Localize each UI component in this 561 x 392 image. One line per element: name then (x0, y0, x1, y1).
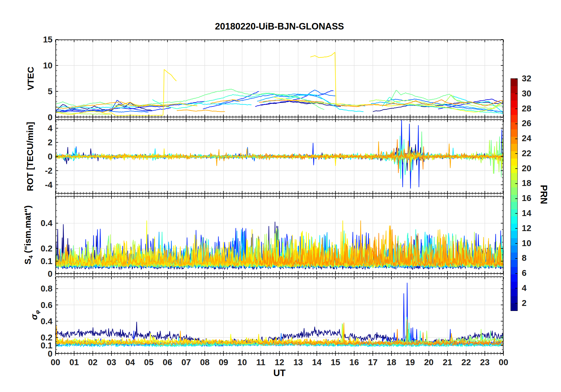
colorbar-gradient (511, 78, 518, 311)
x-tick-label: 15 (326, 357, 345, 367)
colorbar-segment (511, 216, 517, 224)
colorbar-segment (511, 296, 517, 304)
x-tick-label: 01 (65, 357, 83, 367)
y-tick-label: 0.8 (28, 284, 53, 294)
colorbar-segment (511, 173, 517, 180)
colorbar-tick (515, 198, 517, 199)
colorbar-tick-label: 4 (522, 283, 526, 293)
y-axis-label-rot: ROT [TECU/min] (25, 122, 35, 191)
colorbar-segment (511, 144, 517, 151)
panel-vtec (53, 39, 506, 121)
figure-canvas: { "title": "20180220-UiB-BJN-GLONASS", "… (0, 0, 561, 392)
colorbar-segment (511, 93, 517, 101)
colorbar-tick-label: 10 (522, 238, 531, 248)
colorbar-tick (515, 139, 517, 139)
y-axis-label-vtec: VTEC (26, 67, 36, 90)
x-tick-label: 10 (233, 357, 252, 367)
colorbar-tick-label: 8 (522, 253, 526, 263)
colorbar-tick-label: 26 (522, 118, 531, 128)
colorbar-segment (511, 209, 517, 217)
chart-title: 20180220-UiB-BJN-GLONASS (55, 21, 503, 32)
x-tick-label: 16 (345, 357, 364, 367)
colorbar-segment (511, 231, 517, 238)
x-tick-label: 04 (121, 357, 140, 367)
colorbar-tick-label: 20 (522, 164, 531, 173)
colorbar-tick-label: 12 (522, 223, 531, 233)
panel-s4 (53, 196, 506, 277)
x-tick-label: 06 (158, 357, 177, 367)
colorbar-tick (515, 213, 517, 214)
x-tick-label: 02 (83, 357, 102, 367)
colorbar-segment (511, 303, 517, 311)
x-tick-label: 17 (363, 357, 382, 367)
colorbar-segment (511, 187, 517, 195)
colorbar-segment (511, 260, 517, 267)
x-tick-label: 12 (270, 357, 289, 367)
x-tick-label: 00 (494, 357, 513, 367)
colorbar-tick (515, 93, 517, 94)
colorbar-segment (511, 202, 517, 209)
y-axis-label-sigmaphi: σφ (29, 310, 41, 320)
x-tick-label: 03 (102, 357, 121, 367)
colorbar-segment (511, 151, 517, 159)
colorbar-tick-label: 2 (522, 298, 526, 308)
colorbar-tick-label: 6 (522, 268, 526, 278)
colorbar-tick (515, 243, 517, 244)
colorbar-tick-label: 18 (522, 178, 531, 188)
x-tick-label: 09 (214, 357, 233, 367)
colorbar-tick (515, 183, 517, 184)
colorbar-tick-label: 24 (522, 134, 531, 143)
colorbar-tick-label: 14 (522, 208, 531, 218)
colorbar-segment (511, 137, 517, 144)
colorbar-segment (511, 253, 517, 260)
x-tick-label: 19 (401, 357, 420, 367)
x-tick-label: 11 (251, 357, 270, 367)
colorbar-tick (515, 303, 517, 304)
colorbar-segment (511, 224, 517, 231)
x-tick-label: 14 (307, 357, 326, 367)
colorbar-tick (515, 168, 517, 169)
colorbar-tick-label: 16 (522, 193, 531, 203)
colorbar-segment (511, 246, 517, 253)
colorbar-tick-label: 32 (522, 74, 531, 83)
colorbar-tick-label: 22 (522, 149, 531, 158)
y-tick-label: 15 (28, 34, 53, 45)
x-tick-label: 07 (177, 357, 196, 367)
colorbar-tick (515, 108, 517, 109)
colorbar-segment (511, 159, 517, 166)
x-tick-label: 22 (457, 357, 475, 367)
x-axis-label: UT (55, 368, 503, 378)
x-tick-label: 13 (289, 357, 308, 367)
colorbar-tick (515, 273, 517, 274)
panel-rot (53, 119, 506, 197)
colorbar-tick (515, 123, 517, 124)
colorbar-segment (511, 289, 517, 296)
colorbar-tick (515, 288, 517, 289)
y-tick-label: 0 (28, 112, 53, 122)
colorbar-tick (515, 258, 517, 259)
panel-sigmaphi (53, 276, 506, 357)
colorbar-segment (511, 115, 517, 122)
colorbar-tick (515, 79, 517, 79)
colorbar-segment (511, 101, 517, 108)
x-tick-label: 05 (139, 357, 158, 367)
colorbar-segment (511, 79, 517, 86)
colorbar-tick (515, 153, 517, 154)
x-tick-label: 20 (419, 357, 438, 367)
y-tick-label: 0.6 (28, 300, 53, 310)
x-tick-label: 21 (438, 357, 457, 367)
x-tick-label: 08 (195, 357, 214, 367)
colorbar-tick (515, 228, 517, 229)
colorbar-segment (511, 166, 517, 173)
colorbar-label: PRN (538, 185, 549, 204)
y-tick-label: 0 (28, 269, 53, 279)
colorbar-segment (511, 86, 517, 93)
colorbar-tick-label: 30 (522, 89, 531, 98)
y-axis-label-s4: S4 ("ism.mat") (23, 205, 34, 265)
colorbar-segment (511, 238, 517, 246)
colorbar-tick-label: 28 (522, 104, 531, 113)
x-tick-label: 18 (382, 357, 401, 367)
x-tick-label: 00 (46, 357, 65, 367)
colorbar-segment (511, 274, 517, 282)
colorbar-segment (511, 129, 517, 137)
